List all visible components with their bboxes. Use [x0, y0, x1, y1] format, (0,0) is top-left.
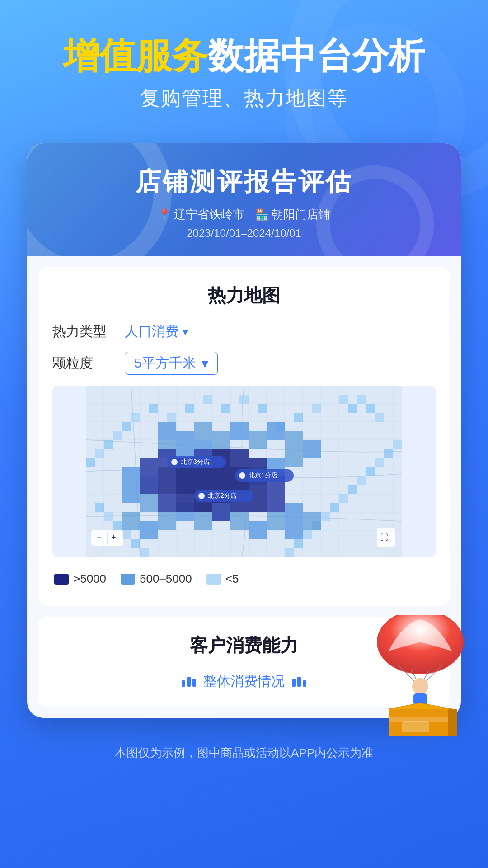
svg-rect-58 [294, 539, 303, 548]
svg-rect-57 [303, 530, 312, 539]
bar-chart-icon-left [182, 677, 196, 687]
svg-rect-95 [140, 521, 158, 539]
filter-granularity-value: 5平方千米 [134, 354, 196, 373]
filter-granularity-label: 颗粒度 [52, 354, 116, 373]
svg-text:⛶: ⛶ [380, 533, 389, 542]
svg-rect-28 [357, 395, 366, 404]
svg-rect-49 [375, 458, 384, 467]
svg-rect-100 [212, 467, 230, 485]
svg-rect-81 [122, 467, 140, 485]
store-text: 朝阳门店铺 [272, 207, 330, 222]
overall-consumption-label: 整体消费情况 [52, 672, 436, 691]
svg-rect-110 [230, 449, 249, 467]
card-header: 店铺测评报告评估 📍 辽宁省铁岭市 🏪 朝阳门店铺 2023/10/01–202… [27, 143, 461, 256]
hero-title: 增值服务数据中台分析 [27, 36, 461, 76]
svg-rect-29 [366, 404, 375, 413]
svg-rect-34 [258, 404, 267, 413]
svg-rect-61 [113, 521, 122, 530]
svg-rect-106 [176, 476, 194, 494]
legend-label-low: <5 [225, 572, 239, 586]
svg-rect-66 [158, 422, 176, 440]
header-meta: 📍 辽宁省铁岭市 🏪 朝阳门店铺 [45, 207, 443, 222]
chevron-down-icon-2: ▾ [202, 355, 208, 371]
svg-rect-47 [393, 440, 402, 449]
svg-rect-75 [267, 422, 285, 440]
svg-rect-35 [239, 395, 249, 404]
filter-granularity-row: 颗粒度 5平方千米 ▾ [52, 352, 436, 375]
svg-rect-88 [267, 512, 285, 530]
location-icon: 📍 [158, 208, 171, 221]
svg-rect-36 [221, 404, 230, 413]
svg-rect-149 [402, 721, 429, 732]
store-icon: 🏪 [255, 208, 269, 221]
svg-rect-83 [122, 485, 140, 503]
legend-mid: 500–5000 [121, 572, 192, 586]
filter-type-label: 热力类型 [52, 322, 116, 341]
svg-point-127 [239, 472, 245, 479]
chevron-down-icon: ▾ [183, 326, 188, 338]
svg-text:北京1分店: 北京1分店 [249, 472, 277, 479]
svg-rect-53 [339, 494, 348, 503]
svg-rect-89 [249, 521, 267, 539]
svg-rect-68 [194, 422, 212, 440]
svg-rect-27 [348, 404, 357, 413]
svg-rect-63 [131, 539, 140, 548]
legend-label-mid: 500–5000 [140, 572, 192, 586]
svg-rect-107 [176, 494, 194, 512]
svg-rect-76 [285, 431, 303, 449]
svg-rect-115 [212, 503, 230, 521]
svg-rect-39 [167, 413, 176, 422]
svg-rect-41 [131, 413, 140, 422]
filter-type-dropdown[interactable]: 人口消费 ▾ [125, 322, 188, 341]
svg-rect-54 [330, 503, 339, 512]
filter-type-value: 人口消费 [125, 322, 179, 341]
svg-rect-77 [303, 440, 321, 458]
customer-section-title: 客户消费能力 [52, 633, 436, 658]
overall-label-text: 整体消费情况 [203, 672, 285, 691]
svg-rect-51 [357, 476, 366, 485]
customer-section: 客户消费能力 整体消费情况 [38, 617, 450, 707]
svg-rect-31 [312, 404, 321, 413]
svg-rect-116 [158, 494, 176, 512]
svg-rect-67 [176, 431, 194, 449]
svg-rect-45 [95, 449, 104, 458]
svg-rect-121 [267, 494, 285, 512]
heatmap-container[interactable]: 北京3分店 北京1分店 北京2分店 − [52, 386, 436, 557]
legend-low: <5 [206, 572, 239, 586]
svg-rect-46 [86, 458, 95, 467]
svg-rect-62 [122, 530, 131, 539]
svg-rect-60 [104, 512, 113, 521]
svg-rect-84 [140, 494, 158, 512]
svg-rect-64 [140, 548, 149, 557]
report-title: 店铺测评报告评估 [45, 165, 443, 199]
svg-text:北京2分店: 北京2分店 [208, 492, 237, 499]
svg-rect-37 [203, 395, 212, 404]
svg-text:北京3分店: 北京3分店 [181, 458, 210, 465]
location-label: 📍 辽宁省铁岭市 [158, 207, 244, 222]
filter-granularity-dropdown[interactable]: 5平方千米 ▾ [125, 352, 218, 375]
svg-rect-43 [113, 431, 122, 440]
main-card: 店铺测评报告评估 📍 辽宁省铁岭市 🏪 朝阳门店铺 2023/10/01–202… [27, 143, 461, 718]
svg-point-124 [171, 459, 178, 465]
svg-rect-90 [230, 512, 249, 530]
svg-rect-85 [285, 503, 303, 521]
svg-rect-52 [348, 485, 357, 494]
legend-high: >5000 [54, 572, 106, 586]
svg-rect-38 [185, 404, 194, 413]
date-range: 2023/10/01–2024/10/01 [45, 227, 443, 240]
svg-point-130 [198, 493, 205, 499]
svg-rect-87 [285, 521, 303, 539]
hero-subtitle: 复购管理、热力地图等 [27, 85, 461, 112]
hero-title-yellow: 增值服务 [63, 36, 208, 76]
legend-color-mid [121, 574, 135, 585]
heatmap-title: 热力地图 [52, 283, 436, 308]
svg-rect-42 [122, 422, 131, 431]
filter-type-row: 热力类型 人口消费 ▾ [52, 322, 436, 341]
hero-section: 增值服务数据中台分析 复购管理、热力地图等 [0, 0, 488, 134]
heatmap-svg: 北京3分店 北京1分店 北京2分店 − [52, 386, 436, 557]
svg-rect-74 [249, 431, 267, 449]
legend-color-low [206, 574, 221, 585]
svg-rect-26 [339, 395, 348, 404]
svg-rect-32 [294, 413, 303, 422]
location-text: 辽宁省铁岭市 [174, 207, 244, 222]
